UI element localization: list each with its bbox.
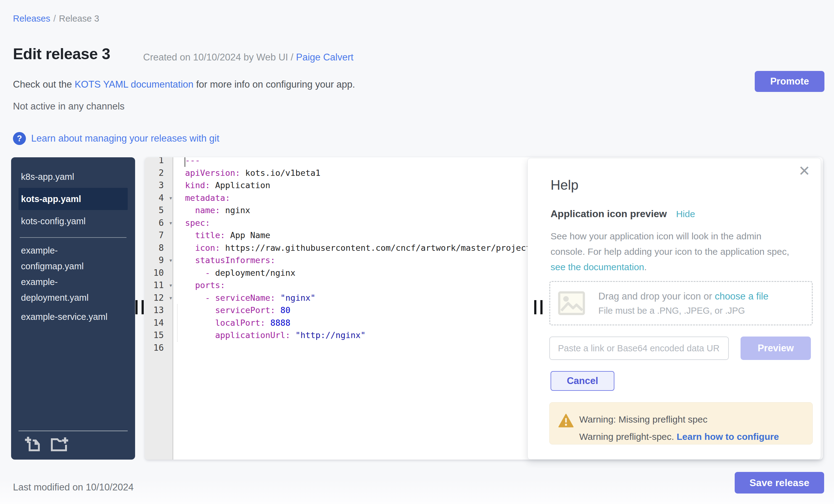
preview-button[interactable]: Preview — [741, 336, 811, 360]
file-item-kots-config.yaml[interactable]: kots-config.yaml — [19, 210, 128, 232]
sidebar-footer — [19, 431, 128, 458]
line-number-1: 1 — [145, 157, 172, 167]
breadcrumb-releases-link[interactable]: Releases — [13, 14, 50, 23]
hide-link[interactable]: Hide — [676, 209, 695, 219]
line-number-3: 3 — [145, 179, 172, 192]
file-sidebar: k8s-app.yamlkots-app.yamlkots-config.yam… — [11, 157, 135, 460]
help-description: See how your application icon will look … — [551, 228, 789, 275]
icon-link-row: Preview — [549, 336, 811, 360]
help-title: Help — [551, 177, 578, 193]
line-number-7: 7 — [145, 229, 172, 242]
fold-arrow-icon[interactable]: ▾ — [169, 217, 173, 229]
breadcrumb-current: Release 3 — [59, 14, 99, 23]
file-group-kots: k8s-app.yamlkots-app.yamlkots-config.yam… — [11, 157, 135, 232]
choose-file-link[interactable]: choose a file — [715, 291, 768, 302]
text-cursor — [184, 157, 185, 167]
breadcrumb-separator: / — [53, 14, 56, 23]
fold-arrow-icon[interactable]: ▾ — [169, 192, 173, 204]
promote-button[interactable]: Promote — [755, 71, 825, 92]
icon-dropzone[interactable]: Drag and drop your icon or choose a file… — [549, 281, 813, 325]
git-help-link[interactable]: ? Learn about managing your releases wit… — [13, 132, 219, 145]
indent-guide — [177, 304, 178, 342]
channel-status: Not active in any channels — [13, 101, 125, 112]
desc-line-2: console. For help adding your icon to th… — [551, 246, 789, 257]
preflight-warning: Warning: Missing preflight spec Warning … — [549, 402, 813, 444]
help-resize-handle[interactable] — [533, 300, 543, 314]
line-number-6: 6▾ — [145, 217, 172, 229]
line-number-2: 2 — [145, 167, 172, 179]
created-text: Created on 10/10/2024 by Web UI / — [143, 52, 293, 63]
new-folder-button[interactable] — [50, 436, 69, 452]
see-documentation-link[interactable]: see the documentation — [551, 262, 644, 272]
learn-configure-link[interactable]: Learn how to configure — [677, 432, 779, 442]
line-number-12: 12▾ — [145, 292, 172, 304]
dropzone-label: Drag and drop your icon or — [598, 291, 712, 302]
fold-arrow-icon[interactable]: ▾ — [169, 279, 173, 292]
line-number-10: 10 — [145, 267, 172, 280]
warning-detail: Warning preflight-spec. Learn how to con… — [579, 432, 779, 442]
line-number-16: 16 — [145, 342, 172, 354]
line-number-11: 11▾ — [145, 279, 172, 292]
desc-line-1: See how your application icon will look … — [551, 231, 762, 241]
new-folder-icon — [50, 448, 69, 453]
warning-title: Warning: Missing preflight spec — [579, 414, 707, 425]
sidebar-divider — [20, 237, 127, 238]
save-release-button[interactable]: Save release — [735, 472, 824, 494]
created-line: Created on 10/10/2024 by Web UI / Paige … — [143, 52, 353, 63]
doc-hint-prefix: Check out the — [13, 79, 72, 90]
question-circle-icon: ? — [13, 132, 26, 145]
line-number-8: 8 — [145, 242, 172, 255]
icon-preview-section: Application icon preview Hide — [551, 208, 695, 220]
breadcrumb: Releases/Release 3 — [13, 14, 99, 24]
last-modified: Last modified on 10/10/2024 — [13, 482, 134, 493]
author-link[interactable]: Paige Calvert — [296, 52, 353, 63]
file-item-example-configmap.yaml[interactable]: example-configmap.yaml — [19, 243, 128, 274]
line-number-13: 13 — [145, 304, 172, 317]
dropzone-text: Drag and drop your icon or choose a file… — [598, 291, 768, 316]
kots-yaml-doc-link[interactable]: KOTS YAML documentation — [75, 79, 193, 90]
editor-gutter: 1234▾56▾789▾1011▾12▾13141516 — [145, 157, 173, 460]
line-number-5: 5 — [145, 204, 172, 217]
line-number-4: 4▾ — [145, 192, 172, 204]
close-icon[interactable]: ✕ — [798, 162, 810, 179]
dropzone-hint: File must be a .PNG, .JPEG, or .JPG — [598, 306, 768, 316]
git-help-label: Learn about managing your releases with … — [31, 133, 219, 144]
line-number-9: 9▾ — [145, 254, 172, 267]
cancel-button[interactable]: Cancel — [551, 371, 614, 391]
warning-triangle-icon — [558, 414, 574, 428]
image-placeholder-icon — [558, 291, 586, 315]
new-file-button[interactable] — [25, 436, 42, 452]
icon-url-input[interactable] — [549, 336, 729, 360]
file-group-examples: example-configmap.yamlexample-deployment… — [11, 243, 135, 328]
line-number-14: 14 — [145, 317, 172, 329]
file-item-kots-app.yaml[interactable]: kots-app.yaml — [19, 188, 128, 210]
fold-arrow-icon[interactable]: ▾ — [169, 292, 173, 304]
doc-hint-line: Check out the KOTS YAML documentation fo… — [13, 79, 355, 90]
warning-detail-text: Warning preflight-spec. — [579, 432, 674, 442]
fold-arrow-icon[interactable]: ▾ — [169, 254, 173, 267]
section-title: Application icon preview — [551, 208, 667, 220]
file-item-example-deployment.yaml[interactable]: example-deployment.yaml — [19, 274, 128, 306]
file-item-k8s-app.yaml[interactable]: k8s-app.yaml — [19, 166, 128, 188]
page-title: Edit release 3 — [13, 45, 110, 63]
desc-period: . — [644, 262, 647, 272]
sidebar-resize-handle[interactable] — [135, 300, 144, 314]
help-panel: ✕ Help Application icon preview Hide See… — [527, 158, 821, 460]
line-number-15: 15 — [145, 329, 172, 342]
doc-hint-suffix: for more info on configuring your app. — [196, 79, 355, 90]
file-item-example-service.yaml[interactable]: example-service.yaml — [19, 306, 128, 328]
new-file-icon — [25, 448, 42, 453]
